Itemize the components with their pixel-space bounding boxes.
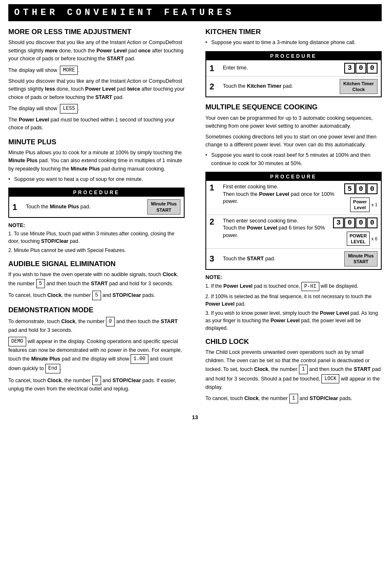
msc-step-num-2: 2 [210, 217, 218, 226]
kitchen-timer-procedure-header: PROCEDURE [206, 52, 381, 60]
msc-d2-0b: 0 [355, 217, 366, 228]
demo-100-display: 1.00 [131, 354, 148, 364]
page-header: OTHER CONVENIENT FEATURES [8, 4, 382, 21]
kt-step-num-1: 1 [210, 64, 218, 72]
section-title-minute-plus: MINUTE PLUS [8, 138, 185, 146]
more-para-1: Should you discover that you like any of… [8, 39, 185, 63]
msc-step-num-1: 1 [210, 183, 218, 192]
msc-step-2: 2 Then enter second cooking time. Touch … [206, 215, 381, 249]
step-number-1: 1 [12, 203, 21, 211]
msc-d2-0c: 0 [367, 217, 378, 228]
msc-note-2: 2. If 100% is selected as the final sequ… [205, 293, 382, 308]
msc-note-title: NOTE: [205, 274, 382, 280]
msc-d2-3: 3 [333, 217, 344, 228]
demo-end-display: End [45, 364, 60, 373]
section-audible: AUDIBLE SIGNAL ELIMINATION If you wish t… [8, 260, 185, 300]
step-1-text: Touch the Minute Plus pad. [26, 203, 144, 211]
minute-plus-para: Minute Plus allows you to cook for a min… [8, 149, 185, 173]
kitchen-timer-pad[interactable]: Kitchen TimerClock [340, 79, 378, 94]
section-demo: DEMONSTRATION MODE To demonstrate, touch… [8, 306, 185, 393]
msc-step-2-right: 3 0 0 0 POWERLEVEL x 6 [333, 217, 378, 246]
power-level-pad-1[interactable]: PowerLevel [350, 198, 370, 212]
section-title-audible: AUDIBLE SIGNAL ELIMINATION [8, 260, 185, 268]
msc-digits-3000: 3 0 0 0 [333, 217, 378, 228]
section-minute-plus: MINUTE PLUS Minute Plus allows you to co… [8, 138, 185, 254]
section-title-demo: DEMONSTRATION MODE [8, 306, 185, 314]
msc-step-1-text: First enter cooking time. Then touch the… [223, 183, 341, 205]
page-container: OTHER CONVENIENT FEATURES MORE OR LESS T… [0, 0, 390, 429]
msc-step-1-sub: PowerLevel x 1 [350, 198, 378, 212]
minute-plus-start-pad[interactable]: Minute PlusSTART [147, 199, 180, 215]
msc-procedure: PROCEDURE 1 First enter cooking time. Th… [205, 172, 382, 270]
power-level-pad-2[interactable]: POWERLEVEL [347, 232, 370, 246]
minute-plus-procedure-header: PROCEDURE [9, 188, 184, 197]
msc-step-3: 3 Touch the START pad. Minute PlusSTART [206, 249, 381, 269]
demo-para-3: To cancel, touch Clock, the number 0 and… [8, 376, 185, 393]
audible-number-5: 5 [36, 279, 45, 289]
msc-procedure-header: PROCEDURE [206, 173, 381, 181]
note-item-2: 2. Minute Plus cannot be used with Speci… [8, 247, 185, 254]
msc-x1-label: x 1 [371, 202, 378, 207]
kt-step-1-right: 3 0 0 [344, 63, 378, 74]
minute-plus-note-title: NOTE: [8, 222, 185, 228]
msc-start-pad[interactable]: Minute PlusSTART [344, 251, 378, 267]
section-kitchen-timer: KITCHEN TIMER Suppose you want to time a… [205, 28, 382, 97]
msc-para-2: Sometimes cooking directions tell you to… [205, 133, 382, 149]
kt-digit-0b: 0 [367, 63, 378, 74]
kitchen-timer-step-2: 2 Touch the Kitchen Timer pad. Kitchen T… [206, 77, 381, 97]
less-display-box: LESS [60, 104, 78, 114]
page-number: 13 [8, 414, 382, 420]
audible-cancel-number-5: 5 [92, 291, 101, 300]
minute-plus-bullet: Suppose you want to heat a cup of soup f… [8, 175, 185, 183]
minute-plus-note: NOTE: 1. To use Minute Plus, touch pad w… [8, 222, 185, 254]
note-item-1: 1. To use Minute Plus, touch pad within … [8, 230, 185, 245]
right-column: KITCHEN TIMER Suppose you want to time a… [201, 28, 382, 406]
step-1-right: Minute PlusSTART [147, 199, 180, 215]
msc-d2-0a: 0 [344, 217, 355, 228]
audible-para-2: To cancel, touch Clock, the number 5 and… [8, 291, 185, 300]
section-title-kitchen-timer: KITCHEN TIMER [205, 28, 382, 36]
kt-digit-3: 3 [344, 63, 355, 74]
section-multiple-sequence: MULTIPLE SEQUENCE COOKING Your oven can … [205, 103, 382, 331]
msc-x6-label: x 6 [371, 236, 378, 241]
demo-number-0: 0 [106, 317, 115, 326]
section-more-or-less: MORE OR LESS TIME ADJUSTMENT Should you … [8, 28, 185, 132]
msc-step-num-3: 3 [210, 254, 218, 263]
msc-para-1: Your oven can be programmed for up to 3 … [205, 114, 382, 131]
demo-and-text: and [150, 356, 158, 362]
msc-step-1-right: 5 0 0 PowerLevel x 1 [344, 183, 378, 212]
msc-bullet: Suppose you want to cook roast beef for … [205, 151, 382, 168]
msc-note: NOTE: 1. If the Power Level pad is touch… [205, 274, 382, 332]
less-para-1: Should you discover that you like any of… [8, 77, 185, 101]
minute-plus-procedure: PROCEDURE 1 Touch the Minute Plus pad. M… [8, 188, 185, 218]
kt-step-2-text: Touch the Kitchen Timer pad. [223, 83, 336, 90]
less-para-2: The display will show LESS. [8, 104, 185, 114]
two-column-layout: MORE OR LESS TIME ADJUSTMENT Should you … [8, 28, 382, 406]
minute-plus-step-1: 1 Touch the Minute Plus pad. Minute Plus… [9, 197, 184, 217]
msc-step-3-right: Minute PlusSTART [344, 251, 378, 267]
p-hi-display: P-HI [301, 282, 319, 291]
msc-digit-0a: 0 [355, 183, 366, 194]
section-title-more-or-less: MORE OR LESS TIME ADJUSTMENT [8, 28, 185, 36]
child-lock-para-1: The Child Lock prevents unwanted oven op… [205, 348, 382, 391]
demo-para-2: DEMO will appear in the display. Cooking… [8, 337, 185, 373]
audible-para-1: If you wish to have the oven operate wit… [8, 271, 185, 288]
section-title-multiple-sequence: MULTIPLE SEQUENCE COOKING [205, 103, 382, 111]
kt-step-1-text: Enter time. [223, 64, 341, 72]
msc-digit-5: 5 [344, 183, 355, 194]
msc-step-2-text: Then enter second cooking time. Touch th… [223, 217, 330, 240]
left-column: MORE OR LESS TIME ADJUSTMENT Should you … [8, 28, 189, 406]
section-title-child-lock: CHILD LOCK [205, 338, 382, 346]
demo-para-1: To demonstrate, touch Clock, the number … [8, 317, 185, 334]
more-para-2: The display will show MORE. [8, 66, 185, 75]
kitchen-timer-step-1: 1 Enter time. 3 0 0 [206, 60, 381, 77]
section-child-lock: CHILD LOCK The Child Lock prevents unwan… [205, 338, 382, 403]
more-display-box: MORE [60, 66, 78, 75]
demo-display-box: DEMO [8, 337, 26, 346]
child-lock-para-2: To cancel, touch Clock, the number 1 and… [205, 394, 382, 403]
child-lock-number-1a: 1 [299, 365, 308, 374]
msc-note-1: 1. If the Power Level pad is touched onc… [205, 282, 382, 291]
msc-note-3: 3. If you wish to know power level, simp… [205, 309, 382, 332]
kt-step-num-2: 2 [210, 82, 218, 91]
power-level-note: The Power Level pad must be touched with… [8, 116, 185, 132]
